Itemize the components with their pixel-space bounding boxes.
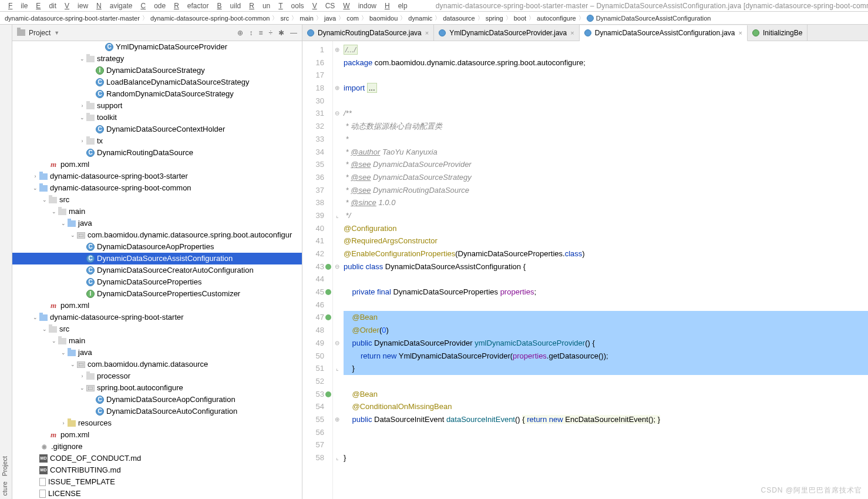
close-icon[interactable]: × [425,29,429,36]
tree-item[interactable]: LICENSE [12,488,302,499]
editor-tab[interactable]: InitializingBe [748,25,808,41]
breadcrumb-item[interactable]: main [300,15,314,22]
breadcrumb-item[interactable]: dynamic [408,15,432,22]
tree-item[interactable]: ⌄ java [12,217,302,229]
breadcrumb-item[interactable]: dynamic-datasource-spring-boot-starter-m… [5,15,140,22]
menu-refactor[interactable]: Refactor [174,2,208,10]
tree-item[interactable]: C DynamicDataSourceAutoConfiguration [12,406,302,417]
tree-item[interactable]: ⌄ com.baomidou.dynamic.datasource [12,359,302,370]
breadcrumb-item[interactable]: datasource [443,15,475,22]
toolbar-icon[interactable]: ≡ [258,29,263,37]
project-toolbar-title[interactable]: Project▼ [17,29,59,37]
breadcrumb-item[interactable]: com [346,15,359,22]
cls-icon: C [96,125,104,133]
tree-item[interactable]: C DynamicDataSourceAopConfiguration [12,394,302,406]
breadcrumb-item[interactable]: dynamic-datasource-spring-boot-common [150,15,270,22]
tree-item[interactable]: C YmlDynamicDataSourceProvider [12,41,302,53]
tree-item[interactable]: › processor [12,370,302,382]
menu-navigate[interactable]: Navigate [96,2,132,10]
tool-project[interactable]: Project [1,456,11,476]
toolbar-icon[interactable]: ÷ [268,29,272,37]
tree-item[interactable]: › resources [12,417,302,429]
close-icon[interactable]: × [739,29,742,36]
menu-tools[interactable]: Tools [278,2,304,10]
editor[interactable]: 1161718303132333435363738394041424344454… [302,41,868,499]
tree-item[interactable]: C DynamicDataSourceAssistConfiguration [12,253,302,264]
tree-item[interactable]: ⌄ main [12,335,302,347]
code-content[interactable]: /.../package com.baomidou.dynamic.dataso… [341,41,868,499]
toolbar-icon[interactable]: ✱ [278,29,284,37]
menu-code[interactable]: Code [140,2,166,10]
tree-item[interactable]: ⌄ dynamic-datasource-spring-boot-starter [12,312,302,323]
tree-item[interactable]: C DynamicDataSourceContextHolder [12,123,302,135]
breadcrumb-item[interactable]: boot [514,15,526,22]
tree-item[interactable]: MD CONTRIBUTING.md [12,464,302,476]
tree-item[interactable]: ⌄ toolkit [12,112,302,123]
toolbar-icon[interactable]: ↕ [249,29,253,37]
folder-icon [49,326,57,333]
close-icon[interactable]: × [570,29,574,36]
file-icon [584,29,591,36]
folder-src-icon [68,350,76,356]
tree-item[interactable]: › support [12,100,302,112]
tree-item[interactable]: ⌄ java [12,347,302,359]
folder-icon [58,209,66,215]
tree-item[interactable]: ⌄ com.baomidou.dynamic.datasource.spring… [12,229,302,241]
tree-item[interactable]: I DynamicDataSourceStrategy [12,65,302,76]
menu-edit[interactable]: Edit [36,2,56,10]
tool-structure[interactable]: cture [1,481,11,495]
menu-view[interactable]: View [65,2,88,10]
cls-icon: C [86,243,95,251]
tree-item[interactable]: C DynamicDatasourceAopProperties [12,241,302,253]
menu-window[interactable]: Window [343,2,376,10]
cls-icon: C [96,90,104,98]
tree-item[interactable]: C DynamicDataSourceCreatorAutoConfigurat… [12,264,302,276]
fold-column[interactable]: ⊕⊕⊖⌞⊖⊖⌞⊕⌞ [333,41,341,499]
editor-tab[interactable]: DynamicDataSourceAssistConfiguration.jav… [580,25,748,41]
tree-item[interactable]: ⌄ spring.boot.autoconfigure [12,382,302,394]
tree-item[interactable]: m pom.xml [12,429,302,441]
tree-item[interactable]: ⌄ dynamic-datasource-spring-boot-common [12,182,302,194]
breadcrumb-item[interactable]: autoconfigure [537,15,576,22]
tree-item[interactable]: ⌄ main [12,206,302,217]
menu-vcs[interactable]: VCS [312,2,335,10]
folder-icon [86,56,95,62]
menu-run[interactable]: Run [249,2,270,10]
breadcrumb-item[interactable]: spring [486,15,503,22]
editor-tab[interactable]: DynamicRoutingDataSource.java× [302,25,434,41]
toolbar-icon[interactable]: ⊕ [237,29,243,37]
breadcrumb-item[interactable]: java [324,15,336,22]
toolbar-icon[interactable]: — [290,29,297,37]
file-icon [752,29,759,36]
breadcrumb-item[interactable]: DynamicDataSourceAssistConfiguration [587,15,711,22]
breadcrumb-item[interactable]: baomidou [369,15,398,22]
tree-item[interactable]: ⌄ src [12,323,302,335]
project-tree[interactable]: C YmlDynamicDataSourceProvider⌄ strategy… [12,41,302,499]
editor-tab[interactable]: YmlDynamicDataSourceProvider.java× [434,25,580,41]
menu-file[interactable]: File [8,2,28,10]
breadcrumb-item[interactable]: src [280,15,289,22]
pkg-icon [86,385,95,391]
tree-item[interactable]: C LoadBalanceDynamicDataSourceStrategy [12,76,302,88]
tree-item[interactable]: ⌄ strategy [12,53,302,65]
watermark: CSDN @阿里巴巴首席技术官 [761,485,862,495]
tree-item[interactable]: › tx [12,135,302,147]
editor-area: DynamicRoutingDataSource.java×YmlDynamic… [302,25,868,499]
folder-icon [86,373,95,380]
tree-item[interactable]: m pom.xml [12,159,302,170]
file-icon [439,29,446,36]
tree-item[interactable]: MD CODE_OF_CONDUCT.md [12,453,302,464]
left-tool-strip: Project cture [0,25,12,499]
tree-item[interactable]: ⌄ src [12,194,302,206]
tree-item[interactable]: ISSUE_TEMPLATE [12,476,302,488]
tree-item[interactable]: I DynamicDataSourcePropertiesCustomizer [12,288,302,300]
tree-item[interactable]: ◉ .gitignore [12,441,302,453]
tree-item[interactable]: C RandomDynamicDataSourceStrategy [12,88,302,100]
tree-item[interactable]: C DynamicDataSourceProperties [12,276,302,288]
tree-item[interactable]: › dynamic-datasource-spring-boot3-starte… [12,170,302,182]
menu-build[interactable]: Build [217,2,241,10]
menu-help[interactable]: Help [385,2,408,10]
tree-item[interactable]: C DynamicRoutingDataSource [12,147,302,159]
tree-item[interactable]: m pom.xml [12,300,302,312]
window-title: dynamic-datasource-spring-boot-starter-m… [436,2,868,10]
